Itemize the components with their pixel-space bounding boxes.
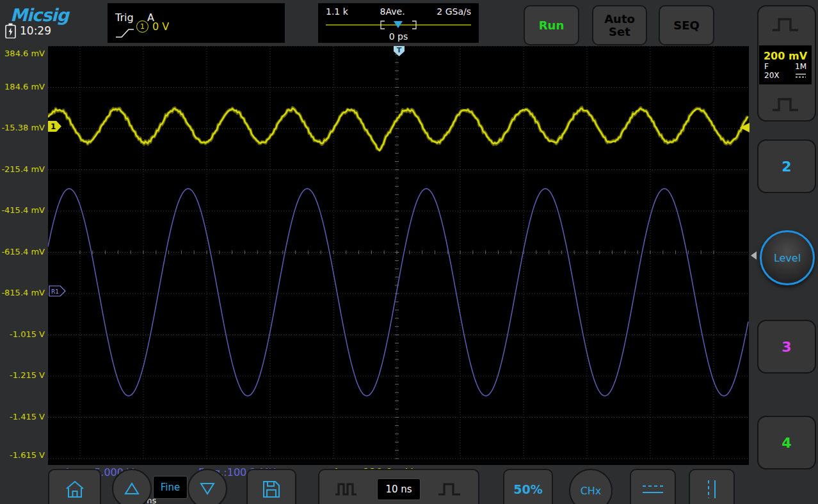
fine-decrease-button[interactable] bbox=[188, 469, 227, 504]
channel2-button[interactable]: 2 bbox=[757, 139, 816, 193]
channel3-button[interactable]: 3 bbox=[757, 320, 816, 374]
channel1-probe: 20X bbox=[764, 71, 780, 80]
acquisition-panel[interactable]: 1.1 k 8Ave. 2 GSa/s 0 ps bbox=[318, 3, 479, 43]
reference-r1-label: R1 bbox=[51, 288, 59, 295]
voltage-label: -1.615 V bbox=[0, 450, 45, 460]
pulse-up-icon[interactable] bbox=[771, 16, 799, 33]
vertical-cursor-icon bbox=[705, 479, 718, 500]
channel1-coupling: F bbox=[764, 62, 769, 71]
timebase-group: 10 ns bbox=[318, 469, 479, 504]
trigger-panel[interactable]: Trig A 1 0 V bbox=[108, 3, 285, 43]
voltage-label: 184.6 mV bbox=[0, 82, 45, 91]
seq-button[interactable]: SEQ bbox=[659, 5, 714, 45]
voltage-label: -1.015 V bbox=[0, 329, 45, 339]
battery-icon bbox=[5, 23, 16, 38]
timebase-badge[interactable]: 10 ns bbox=[377, 478, 421, 500]
timebase-zoom-in-button[interactable] bbox=[421, 482, 478, 497]
rising-edge-icon bbox=[115, 28, 134, 39]
home-icon bbox=[65, 480, 85, 499]
average-mode: 8Ave. bbox=[380, 6, 405, 17]
dc-coupling-icon bbox=[795, 73, 806, 78]
trigger-label: Trig bbox=[115, 12, 134, 24]
sample-rate: 2 GSa/s bbox=[437, 6, 471, 17]
trigger-50-percent-button[interactable]: 50% bbox=[503, 469, 553, 504]
channel1-scale: 200 mV bbox=[762, 50, 808, 62]
clock: 10:29 bbox=[20, 24, 51, 37]
voltage-label: -1.415 V bbox=[0, 412, 45, 421]
home-button[interactable] bbox=[48, 469, 101, 504]
waveform-display[interactable]: -50 ns-40 ns-30 ns-20 ns-10 ns0 ps10 ns2… bbox=[48, 46, 749, 465]
channel4-button[interactable]: 4 bbox=[757, 416, 816, 469]
trigger-delay: 0 ps bbox=[318, 31, 479, 42]
voltage-label: -815.4 mV bbox=[0, 288, 45, 297]
reference-r1-marker[interactable]: R1 bbox=[49, 285, 66, 297]
horizontal-cursor-icon bbox=[641, 484, 664, 495]
autoset-button[interactable]: Auto Set bbox=[592, 5, 647, 45]
voltage-label: -1.215 V bbox=[0, 370, 45, 380]
vertical-cursor-button[interactable] bbox=[689, 469, 735, 504]
save-button[interactable] bbox=[246, 469, 296, 504]
oscilloscope-ui: Micsig 10:29 Trig A 1 0 V 1.1 k 8Ave. 2 … bbox=[0, 0, 818, 504]
voltage-label: -615.4 mV bbox=[0, 247, 45, 256]
pulse-down-icon[interactable] bbox=[771, 96, 799, 113]
brand-logo: Micsig bbox=[10, 5, 68, 25]
single-pulse-icon bbox=[436, 482, 463, 497]
fine-increase-button[interactable] bbox=[112, 469, 152, 504]
save-icon bbox=[262, 480, 280, 498]
voltage-label: 384.6 mV bbox=[0, 49, 45, 58]
triangle-down-icon bbox=[200, 482, 215, 495]
level-knob-pointer bbox=[751, 251, 757, 260]
voltage-label: -15.38 mV bbox=[0, 123, 45, 132]
trigger-position-slider[interactable] bbox=[318, 20, 479, 30]
memory-depth: 1.1 k bbox=[326, 6, 348, 17]
run-stop-button[interactable]: Run bbox=[524, 5, 579, 45]
channel1-info-box[interactable]: 200 mV F 1M 20X bbox=[759, 45, 812, 84]
fine-mode-badge[interactable]: Fine bbox=[153, 476, 188, 499]
channel1-impedance: 1M bbox=[795, 62, 806, 71]
voltage-label: -215.4 mV bbox=[0, 164, 45, 174]
triangle-up-icon bbox=[124, 482, 140, 495]
voltage-label: -415.4 mV bbox=[0, 205, 45, 215]
level-knob[interactable]: Level bbox=[760, 230, 815, 285]
timebase-zoom-out-button[interactable] bbox=[319, 482, 377, 497]
channel-select-button[interactable]: CHx bbox=[569, 469, 613, 504]
horizontal-cursor-button[interactable] bbox=[630, 469, 676, 504]
double-pulse-icon bbox=[335, 482, 362, 497]
trigger-level-value: 0 V bbox=[152, 20, 169, 33]
status-line: 10:29 bbox=[5, 23, 51, 38]
graticule-and-waves bbox=[48, 46, 749, 465]
trigger-source-badge: 1 bbox=[136, 20, 148, 33]
